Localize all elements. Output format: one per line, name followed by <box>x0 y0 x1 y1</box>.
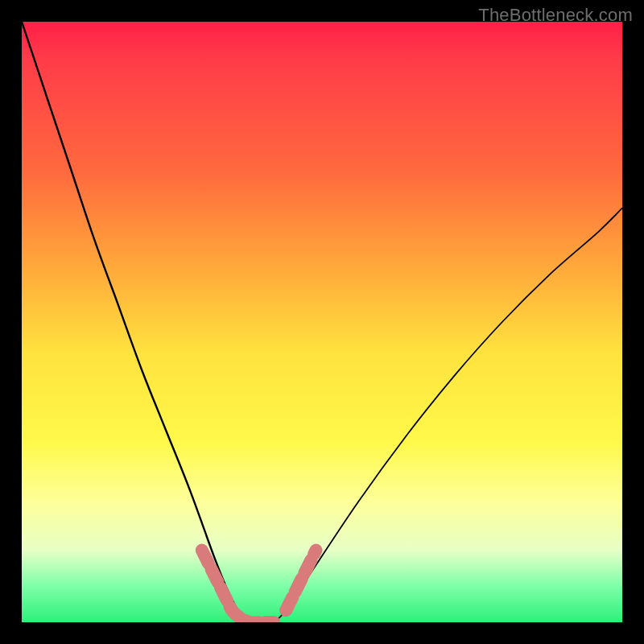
watermark-label: TheBottleneck.com <box>478 5 633 26</box>
plot-area <box>22 22 622 622</box>
left-curve <box>22 22 250 622</box>
curve-layer <box>22 22 622 622</box>
right-curve <box>274 208 622 622</box>
bottom-marker-right <box>286 551 316 611</box>
chart-stage: TheBottleneck.com <box>0 0 644 644</box>
bottom-marker-left <box>202 551 274 623</box>
